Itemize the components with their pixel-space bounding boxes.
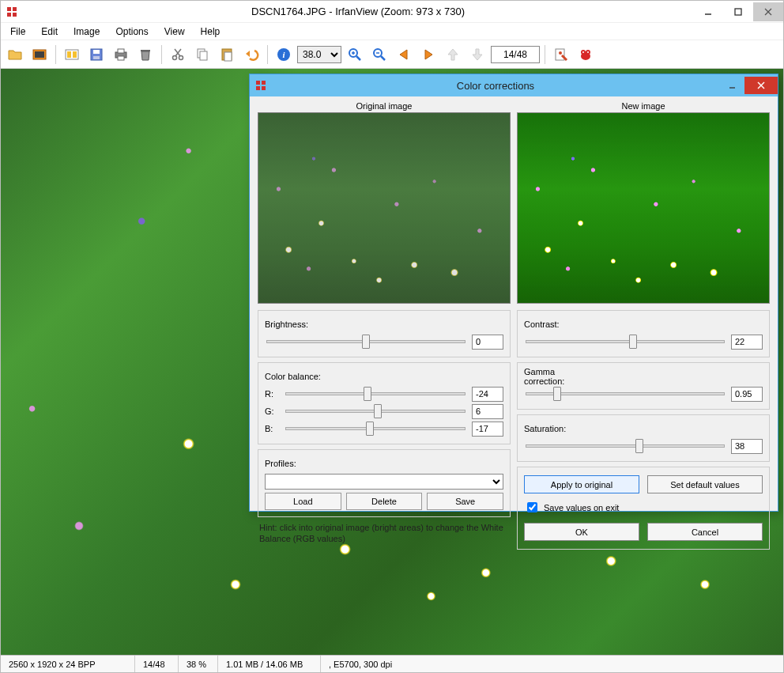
gamma-label: Gamma correction: xyxy=(524,367,595,386)
svg-rect-11 xyxy=(67,51,71,58)
app-icon xyxy=(1,6,23,18)
b-value[interactable] xyxy=(472,422,503,437)
color-balance-label: Color balance: xyxy=(265,372,336,381)
image-canvas[interactable]: Color corrections Original image Brightn… xyxy=(1,69,783,655)
zoom-out-icon[interactable] xyxy=(368,43,390,66)
save-profile-button[interactable]: Save xyxy=(427,493,503,510)
svg-rect-2 xyxy=(7,13,11,17)
paste-icon[interactable] xyxy=(216,43,238,66)
defaults-button[interactable]: Set default values xyxy=(647,475,763,493)
brightness-slider[interactable] xyxy=(266,340,466,343)
brightness-value[interactable] xyxy=(472,335,503,350)
close-button[interactable] xyxy=(753,2,783,21)
prev-icon[interactable] xyxy=(393,43,415,66)
print-icon[interactable] xyxy=(110,43,132,66)
toolbar: i 38.0 xyxy=(1,40,783,69)
svg-point-42 xyxy=(582,51,584,53)
menu-file[interactable]: File xyxy=(4,25,32,39)
svg-line-31 xyxy=(356,56,360,60)
last-icon[interactable] xyxy=(466,43,488,66)
first-icon[interactable] xyxy=(442,43,464,66)
thumbnails-icon[interactable] xyxy=(61,43,83,66)
save-on-exit-checkbox[interactable] xyxy=(527,502,537,512)
svg-rect-0 xyxy=(7,7,11,11)
dialog-minimize-button[interactable] xyxy=(719,77,744,94)
irfan-icon[interactable] xyxy=(575,43,597,66)
svg-rect-25 xyxy=(200,51,207,60)
svg-rect-18 xyxy=(118,56,124,60)
g-value[interactable] xyxy=(472,404,503,419)
g-slider[interactable] xyxy=(285,410,466,413)
actions-group: Apply to original Set default values Sav… xyxy=(517,467,770,550)
svg-line-35 xyxy=(381,56,385,60)
gamma-slider[interactable] xyxy=(526,392,725,395)
svg-rect-46 xyxy=(256,86,260,90)
info-icon[interactable]: i xyxy=(273,43,295,66)
saturation-value[interactable] xyxy=(731,439,763,454)
save-on-exit-label: Save values on exit xyxy=(544,503,619,512)
menu-view[interactable]: View xyxy=(158,25,191,39)
minimize-button[interactable] xyxy=(693,2,723,21)
color-balance-group: Color balance: R: G: B: xyxy=(258,362,511,444)
svg-line-23 xyxy=(175,49,180,56)
svg-rect-47 xyxy=(262,86,266,90)
svg-point-38 xyxy=(559,51,562,55)
svg-rect-19 xyxy=(141,50,150,51)
open-icon[interactable] xyxy=(4,43,26,66)
page-indicator[interactable] xyxy=(491,46,540,63)
profiles-group: Profiles: Load Delete Save xyxy=(258,449,511,517)
original-preview[interactable] xyxy=(258,112,511,304)
titlebar: DSCN1764.JPG - IrfanView (Zoom: 973 x 73… xyxy=(1,1,783,23)
delete-profile-button[interactable]: Delete xyxy=(346,493,423,510)
main-window: DSCN1764.JPG - IrfanView (Zoom: 973 x 73… xyxy=(0,0,784,673)
menu-options[interactable]: Options xyxy=(109,25,154,39)
original-image-label: Original image xyxy=(258,101,511,111)
gamma-value[interactable] xyxy=(731,387,763,402)
profile-select[interactable] xyxy=(265,474,503,490)
undo-icon[interactable] xyxy=(240,43,262,66)
r-slider[interactable] xyxy=(285,392,466,395)
svg-line-22 xyxy=(175,49,181,56)
saturation-slider[interactable] xyxy=(526,444,725,448)
contrast-slider[interactable] xyxy=(526,340,725,343)
new-image-label: New image xyxy=(517,101,770,111)
dialog-titlebar[interactable]: Color corrections xyxy=(250,74,778,96)
apply-button[interactable]: Apply to original xyxy=(524,475,639,493)
brightness-label: Brightness: xyxy=(265,319,336,329)
contrast-value[interactable] xyxy=(731,335,763,350)
copy-icon[interactable] xyxy=(191,43,213,66)
r-value[interactable] xyxy=(472,387,503,402)
zoom-select[interactable]: 38.0 xyxy=(297,46,341,63)
ok-button[interactable]: OK xyxy=(524,523,639,541)
save-icon[interactable] xyxy=(85,43,107,66)
svg-rect-37 xyxy=(556,49,564,60)
zoom-in-icon[interactable] xyxy=(344,43,366,66)
cancel-button[interactable]: Cancel xyxy=(647,523,763,541)
svg-rect-9 xyxy=(35,51,44,58)
status-zoom: 38 % xyxy=(179,656,218,672)
next-icon[interactable] xyxy=(417,43,439,66)
menubar: File Edit Image Options View Help xyxy=(1,23,783,40)
saturation-label: Saturation: xyxy=(524,424,595,433)
slideshow-icon[interactable] xyxy=(28,43,51,66)
b-slider[interactable] xyxy=(285,427,466,430)
menu-help[interactable]: Help xyxy=(194,25,227,39)
menu-image[interactable]: Image xyxy=(67,25,106,39)
status-page: 14/48 xyxy=(135,656,179,672)
cut-icon[interactable] xyxy=(167,43,189,66)
profiles-label: Profiles: xyxy=(265,459,336,468)
svg-rect-27 xyxy=(224,52,232,61)
brightness-group: Brightness: xyxy=(258,310,511,357)
svg-rect-45 xyxy=(262,81,266,85)
status-dimensions: 2560 x 1920 x 24 BPP xyxy=(1,656,135,672)
hint-text: Hint: click into original image (bright … xyxy=(258,522,511,545)
svg-point-43 xyxy=(587,51,589,53)
delete-icon[interactable] xyxy=(134,43,156,66)
maximize-button[interactable] xyxy=(723,2,753,21)
menu-edit[interactable]: Edit xyxy=(35,25,64,39)
settings-icon[interactable] xyxy=(550,43,572,66)
dialog-close-button[interactable] xyxy=(744,77,778,94)
contrast-group: Contrast: xyxy=(517,310,770,357)
load-profile-button[interactable]: Load xyxy=(265,493,341,510)
svg-rect-3 xyxy=(13,13,17,17)
